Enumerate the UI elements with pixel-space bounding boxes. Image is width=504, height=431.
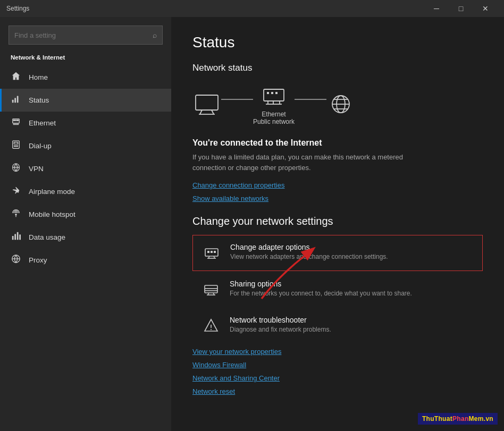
sidebar-item-dialup-label: Dial-up xyxy=(29,142,52,150)
change-network-title: Change your network settings xyxy=(192,215,483,227)
dialup-icon xyxy=(11,140,21,152)
sidebar-item-status[interactable]: Status xyxy=(0,89,171,112)
network-diagram: Ethernet Public network xyxy=(192,84,483,125)
status-icon xyxy=(11,94,21,106)
home-icon xyxy=(11,71,21,83)
sidebar-item-ethernet-label: Ethernet xyxy=(29,119,56,127)
sidebar-item-vpn[interactable]: VPN xyxy=(0,157,171,180)
sharing-title: Sharing options xyxy=(230,280,412,288)
title-bar: Settings ─ □ ✕ xyxy=(0,0,504,17)
maximize-button[interactable]: □ xyxy=(449,0,473,17)
data-usage-icon xyxy=(11,231,21,243)
net-line-2 xyxy=(295,99,326,100)
adapter-options-card[interactable]: Change adapter options View network adap… xyxy=(192,235,483,271)
svg-rect-10 xyxy=(15,120,16,121)
net-line-1 xyxy=(221,99,253,100)
troubleshooter-icon xyxy=(201,316,221,336)
svg-point-17 xyxy=(15,214,17,216)
svg-rect-28 xyxy=(264,89,284,101)
sidebar-item-home-label: Home xyxy=(29,73,48,81)
connected-desc: If you have a limited data plan, you can… xyxy=(192,152,426,173)
adapter-text: Change adapter options View network adap… xyxy=(230,243,388,260)
svg-line-25 xyxy=(200,110,202,114)
hotspot-icon xyxy=(11,208,21,221)
svg-rect-1 xyxy=(14,98,16,103)
svg-rect-35 xyxy=(275,92,278,94)
svg-rect-19 xyxy=(12,236,14,240)
sharing-center-link[interactable]: Network and Sharing Center xyxy=(192,374,483,382)
sidebar-item-airplane-label: Airplane mode xyxy=(29,188,75,196)
sidebar-item-vpn-label: VPN xyxy=(29,165,44,173)
sidebar-item-status-label: Status xyxy=(29,96,49,104)
view-network-properties-link[interactable]: View your network properties xyxy=(192,348,483,356)
sidebar-item-home[interactable]: Home xyxy=(0,66,171,89)
sidebar: ⌕ Network & Internet Home xyxy=(0,17,171,431)
connected-title: You're connected to the Internet xyxy=(192,138,483,148)
sharing-desc: For the networks you connect to, decide … xyxy=(230,290,412,297)
sidebar-item-datausage-label: Data usage xyxy=(29,233,65,241)
troubleshooter-desc: Diagnose and fix network problems. xyxy=(230,326,331,333)
proxy-icon xyxy=(11,254,21,266)
svg-point-15 xyxy=(15,146,16,147)
ethernet-icon xyxy=(11,117,21,129)
troubleshooter-text: Network troubleshooter Diagnose and fix … xyxy=(230,316,331,333)
network-status-title: Network status xyxy=(192,63,483,73)
router-icon xyxy=(259,84,288,107)
sidebar-item-airplane[interactable]: Airplane mode xyxy=(0,180,171,203)
close-button[interactable]: ✕ xyxy=(473,0,498,17)
svg-rect-9 xyxy=(14,120,15,121)
svg-rect-0 xyxy=(12,100,14,103)
search-box[interactable]: ⌕ xyxy=(9,26,163,45)
svg-rect-21 xyxy=(17,232,19,240)
search-icon: ⌕ xyxy=(153,31,157,39)
svg-rect-22 xyxy=(19,234,21,240)
watermark-text: ThuThuatPhanMem.vn xyxy=(422,415,493,422)
svg-rect-24 xyxy=(196,95,218,110)
page-title: Status xyxy=(192,34,483,51)
troubleshooter-card[interactable]: Network troubleshooter Diagnose and fix … xyxy=(192,308,483,343)
window-controls: ─ □ ✕ xyxy=(424,0,498,17)
search-input[interactable] xyxy=(14,31,153,39)
svg-rect-48 xyxy=(205,285,217,293)
sidebar-item-proxy[interactable]: Proxy xyxy=(0,249,171,272)
svg-rect-44 xyxy=(214,251,216,253)
sharing-options-card[interactable]: Sharing options For the networks you con… xyxy=(192,272,483,307)
troubleshooter-title: Network troubleshooter xyxy=(230,316,331,324)
sidebar-item-ethernet[interactable]: Ethernet xyxy=(0,112,171,134)
sidebar-category-label: Network & Internet xyxy=(0,51,171,66)
globe-icon xyxy=(326,93,355,116)
app-title: Settings xyxy=(6,5,29,12)
sidebar-item-hotspot[interactable]: Mobile hotspot xyxy=(0,203,171,226)
sidebar-item-dialup[interactable]: Dial-up xyxy=(0,134,171,157)
windows-firewall-link[interactable]: Windows Firewall xyxy=(192,361,483,369)
svg-rect-11 xyxy=(18,120,19,121)
svg-rect-42 xyxy=(207,251,209,253)
svg-line-26 xyxy=(212,110,214,114)
airplane-icon xyxy=(11,185,21,198)
sharing-icon xyxy=(201,280,221,300)
svg-rect-43 xyxy=(211,251,213,253)
adapter-icon xyxy=(201,243,222,263)
network-reset-link[interactable]: Network reset xyxy=(192,387,483,395)
svg-rect-13 xyxy=(14,142,18,145)
adapter-title: Change adapter options xyxy=(230,243,388,251)
svg-rect-34 xyxy=(271,92,273,94)
show-networks-link[interactable]: Show available networks xyxy=(192,195,483,202)
ethernet-diagram-label: Ethernet Public network xyxy=(253,111,295,125)
watermark: ThuThuatPhanMem.vn xyxy=(418,413,498,425)
bottom-links: View your network properties Windows Fir… xyxy=(192,348,483,395)
svg-point-16 xyxy=(17,146,18,147)
svg-rect-33 xyxy=(267,92,269,94)
pc-icon-container xyxy=(192,93,221,116)
sidebar-item-hotspot-label: Mobile hotspot xyxy=(29,210,75,218)
sharing-text: Sharing options For the networks you con… xyxy=(230,280,412,297)
adapter-desc: View network adapters and change connect… xyxy=(230,253,388,260)
vpn-icon xyxy=(11,163,21,175)
svg-rect-20 xyxy=(14,234,16,240)
sidebar-item-datausage[interactable]: Data usage xyxy=(0,226,171,249)
minimize-button[interactable]: ─ xyxy=(424,0,449,17)
change-connection-link[interactable]: Change connection properties xyxy=(192,181,483,189)
svg-rect-2 xyxy=(17,96,19,103)
svg-point-14 xyxy=(14,146,15,147)
sidebar-item-proxy-label: Proxy xyxy=(29,256,47,264)
